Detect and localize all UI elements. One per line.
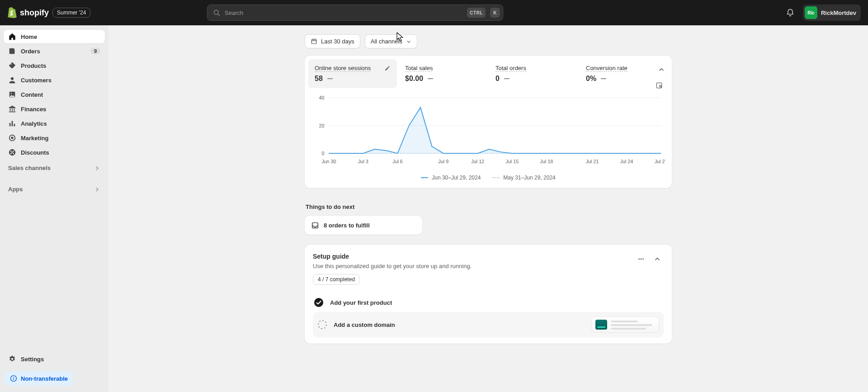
svg-point-7 [10, 151, 12, 152]
kbd-k: K [490, 8, 500, 18]
sidebar-item-label: Customers [21, 77, 52, 84]
svg-text:Jul 9: Jul 9 [438, 159, 448, 164]
svg-rect-12 [13, 378, 14, 380]
legend-swatch-dashed [492, 177, 500, 178]
step-custom-domain[interactable]: Add a custom domain [313, 312, 664, 337]
shopify-bag-icon [7, 7, 17, 18]
non-transferable-pill[interactable]: Non-transferable [5, 371, 73, 386]
view-report-button[interactable] [654, 80, 665, 91]
setup-head: Setup guide Use this personalized guide … [313, 253, 664, 285]
collapse-chart-button[interactable] [656, 64, 667, 76]
svg-text:20: 20 [319, 123, 325, 128]
info-icon [10, 375, 17, 382]
primary-nav: Home Orders 9 Products Customers Content [4, 30, 105, 159]
analytics-card: Online store sessions 58 Total sales $0.… [305, 56, 672, 188]
metric-value: 0% [586, 75, 596, 83]
search-input[interactable]: Search CTRL K [207, 5, 503, 21]
main-scroll[interactable]: Last 30 days All channels Online store s… [108, 25, 868, 392]
sidebar-item-content[interactable]: Content [4, 88, 105, 101]
setup-subtitle: Use this personalized guide to get your … [313, 263, 635, 269]
sidebar-item-orders[interactable]: Orders 9 [4, 44, 105, 58]
shopify-logo[interactable]: shopify [7, 7, 49, 18]
chevron-down-icon [406, 39, 411, 44]
search-placeholder: Search [225, 9, 462, 16]
sidebar-item-products[interactable]: Products [4, 59, 105, 72]
pencil-icon[interactable] [384, 65, 391, 71]
sidebar-item-label: Discounts [21, 149, 49, 156]
metric-total-orders[interactable]: Total orders 0 [489, 59, 578, 88]
setup-steps: Add your first product Add a custom doma… [313, 293, 664, 337]
sidebar-item-marketing[interactable]: Marketing [4, 131, 105, 145]
metric-total-sales[interactable]: Total sales $0.00 [399, 59, 487, 88]
sidebar-item-settings[interactable]: Settings [4, 351, 105, 367]
metric-title: Online store sessions [315, 65, 371, 72]
channel-filter-label: All channels [371, 38, 402, 45]
metric-sessions[interactable]: Online store sessions 58 [308, 59, 397, 88]
svg-point-11 [13, 377, 14, 378]
svg-rect-13 [311, 39, 316, 44]
sidebar-item-customers[interactable]: Customers [4, 73, 105, 87]
target-icon [8, 134, 16, 142]
svg-text:Jul 24: Jul 24 [620, 159, 633, 164]
svg-text:40: 40 [319, 95, 325, 100]
non-transferable-label: Non-transferable [21, 375, 68, 382]
step-first-product[interactable]: Add your first product [313, 293, 664, 312]
step-illustration [591, 316, 659, 333]
step-label: Add your first product [330, 299, 663, 306]
top-header: shopify Summer '24 Search CTRL K Ric Ric… [0, 0, 868, 25]
date-range-label: Last 30 days [321, 38, 354, 45]
trend-flat-icon [327, 78, 333, 79]
bank-icon [8, 105, 16, 113]
user-menu[interactable]: Ric RickMortdev [803, 5, 861, 21]
sidebar-item-label: Products [21, 62, 46, 69]
metric-value: $0.00 [405, 75, 423, 83]
sidebar-item-finances[interactable]: Finances [4, 102, 105, 116]
header-right: Ric RickMortdev [783, 5, 861, 21]
edition-badge[interactable]: Summer '24 [52, 8, 90, 18]
sidebar-item-discounts[interactable]: Discounts [4, 146, 105, 159]
orders-to-fulfill-button[interactable]: 8 orders to fulfill [305, 216, 422, 235]
sidebar-item-home[interactable]: Home [4, 30, 105, 43]
metric-title: Total sales [405, 65, 433, 72]
svg-point-41 [318, 321, 326, 329]
svg-point-38 [641, 259, 642, 260]
content: Last 30 days All channels Online store s… [305, 25, 672, 392]
notifications-button[interactable] [783, 5, 797, 20]
trend-flat-icon [601, 78, 606, 79]
chart-icon [8, 119, 16, 128]
apps-toggle[interactable]: Apps [4, 174, 105, 195]
svg-point-3 [11, 93, 12, 94]
calendar-icon [311, 38, 317, 45]
orders-badge: 9 [90, 48, 100, 54]
svg-text:Jul 12: Jul 12 [471, 159, 484, 164]
todo-title: Things to do next [306, 203, 672, 210]
kbd-ctrl: CTRL [467, 8, 486, 18]
sales-channels-toggle[interactable]: Sales channels [4, 159, 105, 174]
sales-channels-label: Sales channels [8, 165, 51, 171]
setup-actions [635, 253, 664, 265]
date-range-button[interactable]: Last 30 days [305, 34, 360, 48]
trend-flat-icon [504, 78, 509, 79]
setup-guide-card: Setup guide Use this personalized guide … [305, 245, 672, 344]
channel-filter-button[interactable]: All channels [365, 34, 417, 48]
sidebar-item-analytics[interactable]: Analytics [4, 117, 105, 130]
inbox-icon [311, 221, 319, 229]
chart-legend: Jun 30–Jul 29, 2024 May 31–Jun 29, 2024 [308, 170, 668, 184]
svg-point-0 [214, 10, 218, 14]
image-icon [8, 90, 16, 99]
legend-swatch-solid [421, 177, 428, 178]
metric-tabs: Online store sessions 58 Total sales $0.… [308, 59, 668, 88]
sidebar-item-label: Orders [21, 48, 40, 55]
search-icon [213, 9, 220, 16]
svg-text:Jul 21: Jul 21 [586, 159, 599, 164]
apps-label: Apps [8, 186, 23, 193]
layout: Home Orders 9 Products Customers Content [0, 25, 868, 392]
sidebar-item-label: Finances [21, 106, 46, 113]
setup-collapse-button[interactable] [651, 253, 664, 265]
svg-text:Jul 6: Jul 6 [392, 159, 403, 164]
sidebar: Home Orders 9 Products Customers Content [0, 25, 108, 392]
setup-more-button[interactable] [635, 253, 647, 265]
chevron-right-icon [94, 186, 100, 193]
metric-title: Total orders [495, 65, 526, 72]
dashed-circle-icon [317, 320, 327, 330]
